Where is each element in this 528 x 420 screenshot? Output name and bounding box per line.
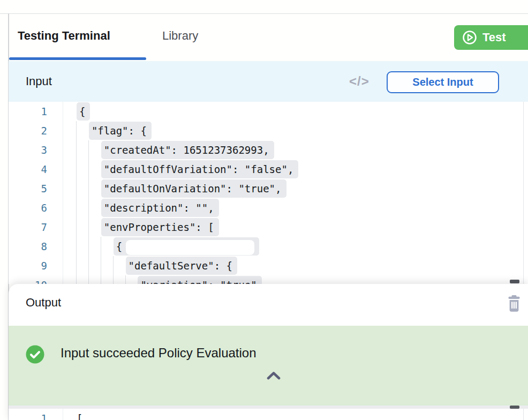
line-number: 1 bbox=[9, 102, 47, 121]
play-circle-icon bbox=[462, 30, 477, 45]
indent-guide bbox=[125, 275, 126, 284]
code-token: { bbox=[114, 237, 259, 256]
code-line: 9 "defaultServe": { bbox=[9, 256, 528, 275]
output-code-editor[interactable]: 1[ bbox=[9, 409, 528, 420]
panel-top-border bbox=[0, 13, 528, 14]
tab-library[interactable]: Library bbox=[162, 29, 198, 43]
output-section-title: Output bbox=[26, 296, 61, 310]
line-number: 4 bbox=[9, 160, 47, 179]
code-token: { bbox=[77, 102, 90, 121]
tab-testing-terminal[interactable]: Testing Terminal bbox=[18, 29, 110, 43]
indent-guide bbox=[76, 121, 77, 284]
line-number: 1 bbox=[9, 409, 47, 420]
code-token: "defaultServe": { bbox=[126, 257, 237, 275]
check-circle-icon bbox=[26, 345, 44, 364]
testing-terminal-screen: Testing Terminal Library Test Input </> … bbox=[0, 0, 528, 420]
indent-guide bbox=[88, 140, 89, 284]
line-number: 7 bbox=[9, 218, 47, 237]
editor-scrollbar-track bbox=[523, 409, 524, 420]
line-number: 10 bbox=[9, 275, 47, 284]
inline-placeholder-box bbox=[126, 240, 254, 255]
code-token: "createdAt": 1651237362993, bbox=[101, 141, 274, 159]
code-text: { bbox=[47, 102, 90, 121]
input-code-lines: 1{2 "flag": {3 "createdAt": 165123736299… bbox=[9, 102, 528, 284]
code-token: "flag": { bbox=[89, 122, 152, 140]
test-button-label: Test bbox=[482, 31, 506, 44]
code-token: "defaultOffVariation": "false", bbox=[101, 160, 299, 178]
gutter-divider bbox=[63, 409, 63, 420]
indent-guide bbox=[113, 256, 114, 284]
code-line: 7 "envProperties": [ bbox=[9, 218, 528, 237]
code-token: "defaultOnVariation": "true", bbox=[101, 179, 286, 198]
code-token: "description": "", bbox=[101, 199, 219, 217]
line-number: 6 bbox=[9, 198, 47, 218]
code-text: "envProperties": [ bbox=[47, 218, 219, 237]
line-number: 3 bbox=[9, 140, 47, 160]
code-token: [ bbox=[77, 412, 82, 420]
select-input-button[interactable]: Select Input bbox=[387, 71, 499, 93]
line-number: 2 bbox=[9, 121, 47, 140]
line-number: 8 bbox=[9, 237, 47, 256]
code-text: "description": "", bbox=[47, 198, 219, 218]
output-panel: Output Input succeeded Policy Evaluation bbox=[9, 284, 528, 420]
line-number: 9 bbox=[9, 256, 47, 275]
code-text: "createdAt": 1651237362993, bbox=[47, 140, 274, 160]
code-text: "variation": "true" bbox=[47, 275, 262, 284]
code-line: 1{ bbox=[9, 102, 528, 121]
input-section-title: Input bbox=[26, 74, 52, 88]
code-line: 6 "description": "", bbox=[9, 198, 528, 218]
code-token: "variation": "true" bbox=[138, 276, 261, 284]
success-message: Input succeeded Policy Evaluation bbox=[61, 346, 257, 361]
gutter-divider bbox=[63, 102, 63, 284]
code-text: { bbox=[47, 237, 259, 256]
code-line: 5 "defaultOnVariation": "true", bbox=[9, 179, 528, 198]
active-tab-underline bbox=[9, 57, 146, 60]
code-line: 1[ bbox=[9, 409, 528, 420]
code-icon[interactable]: </> bbox=[349, 74, 369, 89]
test-button[interactable]: Test bbox=[454, 25, 528, 50]
code-line: 2 "flag": { bbox=[9, 121, 528, 140]
trash-icon[interactable] bbox=[504, 294, 524, 313]
code-line: 8 { bbox=[9, 237, 528, 256]
line-number: 5 bbox=[9, 179, 47, 198]
output-code-lines: 1[ bbox=[9, 409, 528, 420]
success-banner: Input succeeded Policy Evaluation bbox=[9, 326, 528, 406]
code-text: [ bbox=[47, 409, 82, 420]
input-section-header: Input </> Select Input bbox=[9, 61, 528, 102]
code-line: 3 "createdAt": 1651237362993, bbox=[9, 140, 528, 160]
indent-guide bbox=[101, 237, 101, 284]
code-line: 4 "defaultOffVariation": "false", bbox=[9, 160, 528, 179]
code-text: "defaultOnVariation": "true", bbox=[47, 179, 286, 198]
code-line: 10 "variation": "true" bbox=[9, 275, 528, 284]
input-code-editor[interactable]: 1{2 "flag": {3 "createdAt": 165123736299… bbox=[9, 102, 528, 284]
editor-scrollbar-thumb[interactable] bbox=[510, 280, 519, 283]
chevron-up-icon[interactable] bbox=[265, 370, 283, 382]
code-text: "defaultOffVariation": "false", bbox=[47, 160, 298, 179]
editor-scrollbar-track[interactable] bbox=[523, 102, 524, 284]
code-token: "envProperties": [ bbox=[101, 218, 219, 236]
